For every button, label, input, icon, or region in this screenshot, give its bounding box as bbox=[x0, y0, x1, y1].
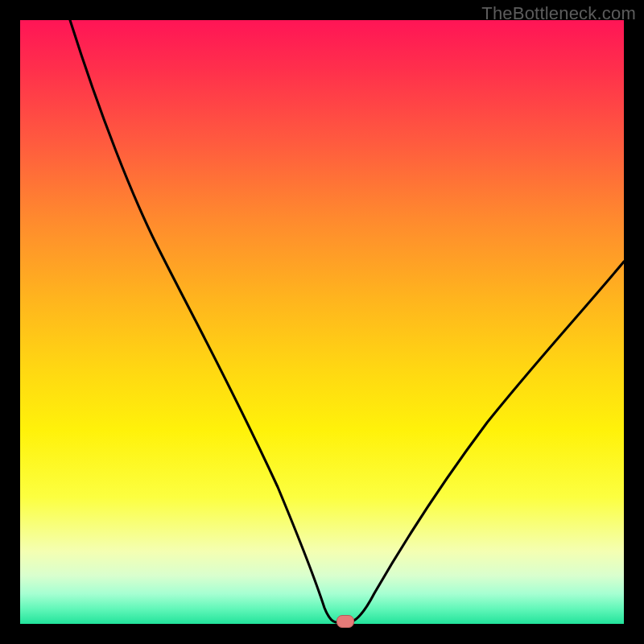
optimum-marker bbox=[336, 615, 354, 628]
plot-area bbox=[20, 20, 624, 624]
bottleneck-curve bbox=[70, 20, 624, 622]
curve-svg bbox=[20, 20, 624, 624]
chart-frame: TheBottleneck.com bbox=[0, 0, 644, 644]
watermark-text: TheBottleneck.com bbox=[481, 3, 636, 24]
